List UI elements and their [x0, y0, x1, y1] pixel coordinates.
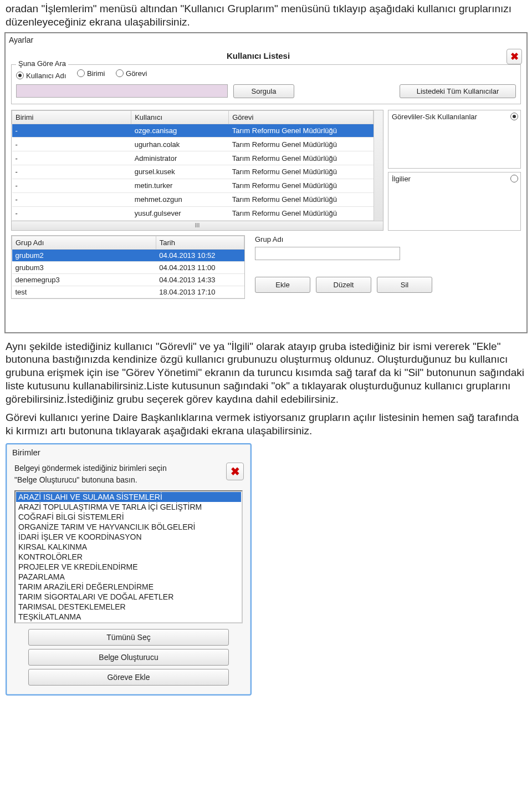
panel-title: Kullanıcı Listesi [10, 45, 507, 64]
cell-user: mehmet.ozgun [131, 192, 229, 206]
table-row[interactable]: grubum304.04.2013 11:00 [12, 261, 244, 273]
intro-paragraph-2: Aynı şekilde istediğiniz kullanıcı "Göre… [0, 338, 532, 409]
table-row[interactable]: -AdministratorTarım Reformu Genel Müdürl… [12, 151, 374, 165]
cell-group: test [12, 286, 156, 298]
col-duty[interactable]: Görevi [229, 110, 374, 124]
radio-duty-label: Görevi [126, 69, 147, 78]
cell-user: ozge.canisag [131, 124, 229, 138]
cell-date: 18.04.2013 17:10 [156, 286, 244, 298]
cell-user: yusuf.gulsever [131, 206, 229, 220]
group-name-label: Grup Adı [255, 235, 521, 243]
list-item[interactable]: COĞRAFİ BİLGİ SİSTEMLERİ [16, 512, 241, 522]
cell-duty: Tarım Reformu Genel Müdürlüğü [229, 192, 374, 206]
all-users-button[interactable]: Listedeki Tüm Kullanıcılar [400, 84, 516, 98]
cell-group: grubum2 [12, 249, 156, 261]
radio-unit[interactable]: Birimi [77, 69, 105, 78]
list-item[interactable]: ORGANİZE TARIM VE HAYVANCILIK BÖLGELERİ [16, 522, 241, 532]
favorites-box[interactable]: Görevliler-Sık Kullanılanlar [388, 110, 521, 169]
cell-user: Administrator [131, 151, 229, 165]
units-title: Birimler [7, 444, 250, 459]
favorites-label: Görevliler-Sık Kullanılanlar [392, 113, 477, 121]
query-button[interactable]: Sorgula [233, 84, 294, 98]
table-row[interactable]: -gursel.kusekTarım Reformu Genel Müdürlü… [12, 165, 374, 179]
table-row[interactable]: -metin.turkerTarım Reformu Genel Müdürlü… [12, 179, 374, 192]
hscrollbar[interactable]: III [12, 221, 383, 230]
related-radio[interactable] [510, 175, 518, 182]
intro-paragraph-3: Görevi kullanıcı yerine Daire Başkanlıkl… [0, 409, 532, 441]
units-panel: Birimler Belgeyi göndermek istediğiniz b… [6, 443, 252, 696]
radio-duty[interactable]: Görevi [116, 69, 147, 78]
list-item[interactable]: İDARİ İŞLER VE KOORDİNASYON [16, 532, 241, 542]
list-item[interactable]: TARIMSAL DESTEKLEMELER [16, 602, 241, 612]
units-line1: Belgeyi göndermek istediğiniz birimleri … [14, 463, 167, 474]
col-date[interactable]: Tarih [156, 236, 244, 249]
intro-paragraph-1: oradan "İşlemlerim" menüsü altından "Kul… [0, 0, 532, 32]
user-table-container: Birimi Kullanıcı Görevi -ozge.canisagTar… [11, 110, 383, 231]
list-item[interactable]: ARAZİ ISLAHI VE SULAMA SİSTEMLERİ [16, 492, 241, 502]
vscrollbar[interactable] [374, 110, 383, 221]
list-item[interactable]: KIRSAL KALKINMA [16, 542, 241, 552]
units-instructions: Belgeyi göndermek istediğiniz birimleri … [14, 463, 167, 486]
cell-duty: Tarım Reformu Genel Müdürlüğü [229, 179, 374, 192]
related-box[interactable]: İlgilier [388, 172, 521, 231]
col-user[interactable]: Kullanıcı [131, 110, 229, 124]
table-row[interactable]: test18.04.2013 17:10 [12, 286, 244, 298]
cell-unit: - [12, 206, 131, 220]
create-doc-button[interactable]: Belge Oluşturucu [28, 649, 229, 666]
edit-button[interactable]: Düzelt [316, 277, 371, 293]
radio-unit-label: Birimi [87, 69, 105, 78]
cell-duty: Tarım Reformu Genel Müdürlüğü [229, 165, 374, 179]
cell-duty: Tarım Reformu Genel Müdürlüğü [229, 138, 374, 151]
group-table[interactable]: Grup Adı Tarih grubum204.04.2013 10:52 g… [12, 236, 244, 298]
cell-duty: Tarım Reformu Genel Müdürlüğü [229, 151, 374, 165]
cell-group: grubum3 [12, 261, 156, 273]
add-button[interactable]: Ekle [255, 277, 310, 293]
list-item[interactable]: PROJELER VE KREDİLENDİRME [16, 562, 241, 572]
cell-user: gursel.kusek [131, 165, 229, 179]
related-label: İlgilier [392, 175, 411, 183]
table-row[interactable]: denemegrup304.04.2013 14:33 [12, 273, 244, 286]
cell-user: metin.turker [131, 179, 229, 192]
units-line2: "Belge Oluşturucu" butonuna basın. [14, 474, 167, 486]
cell-group: denemegrup3 [12, 273, 156, 286]
group-name-input[interactable] [255, 247, 400, 260]
cell-duty: Tarım Reformu Genel Müdürlüğü [229, 206, 374, 220]
col-unit[interactable]: Birimi [12, 110, 131, 124]
cell-date: 04.04.2013 14:33 [156, 273, 244, 286]
list-item[interactable]: PAZARLAMA [16, 572, 241, 582]
favorites-radio[interactable] [510, 113, 518, 120]
list-item[interactable]: TEŞKİLATLANMA [16, 612, 241, 622]
table-row[interactable]: grubum204.04.2013 10:52 [12, 249, 244, 261]
search-input[interactable] [16, 84, 228, 98]
user-list-panel: Ayarlar Kullanıcı Listesi ✖ Şuna Göre Ar… [4, 32, 528, 333]
table-row[interactable]: -yusuf.gulseverTarım Reformu Genel Müdür… [12, 206, 374, 220]
cell-unit: - [12, 192, 131, 206]
search-fieldset: Şuna Göre Ara Kullanıcı Adı Birimi Görev… [11, 64, 521, 104]
close-icon[interactable]: ✖ [507, 49, 522, 64]
user-table[interactable]: Birimi Kullanıcı Görevi -ozge.canisagTar… [12, 110, 374, 221]
col-group-name[interactable]: Grup Adı [12, 236, 156, 249]
delete-button[interactable]: Sil [377, 277, 432, 293]
cell-unit: - [12, 151, 131, 165]
units-listbox[interactable]: ARAZİ ISLAHI VE SULAMA SİSTEMLERİ ARAZİ … [14, 490, 243, 623]
radio-username-label: Kullanıcı Adı [26, 72, 66, 80]
cell-user: ugurhan.colak [131, 138, 229, 151]
table-row[interactable]: -ugurhan.colakTarım Reformu Genel Müdürl… [12, 138, 374, 151]
table-row[interactable]: -ozge.canisagTarım Reformu Genel Müdürlü… [12, 124, 374, 138]
assign-task-button[interactable]: Göreve Ekle [28, 669, 229, 686]
close-icon[interactable]: ✖ [226, 463, 244, 480]
list-item[interactable]: ARAZİ TOPLULAŞTIRMA VE TARLA İÇİ GELİŞTİ… [16, 502, 241, 512]
cell-date: 04.04.2013 11:00 [156, 261, 244, 273]
select-all-button[interactable]: Tümünü Seç [28, 629, 229, 646]
radio-username[interactable]: Kullanıcı Adı [16, 72, 66, 80]
cell-unit: - [12, 165, 131, 179]
cell-unit: - [12, 124, 131, 138]
list-item[interactable]: KONTROLÖRLER [16, 552, 241, 562]
cell-unit: - [12, 179, 131, 192]
group-table-container: Grup Adı Tarih grubum204.04.2013 10:52 g… [11, 235, 245, 299]
table-row[interactable]: -mehmet.ozgunTarım Reformu Genel Müdürlü… [12, 192, 374, 206]
cell-duty: Tarım Reformu Genel Müdürlüğü [229, 124, 374, 138]
list-item[interactable]: TARIM SİGORTALARI VE DOĞAL AFETLER [16, 592, 241, 602]
list-item[interactable]: TARIM ARAZİLERİ DEĞERLENDİRME [16, 582, 241, 592]
cell-date: 04.04.2013 10:52 [156, 249, 244, 261]
